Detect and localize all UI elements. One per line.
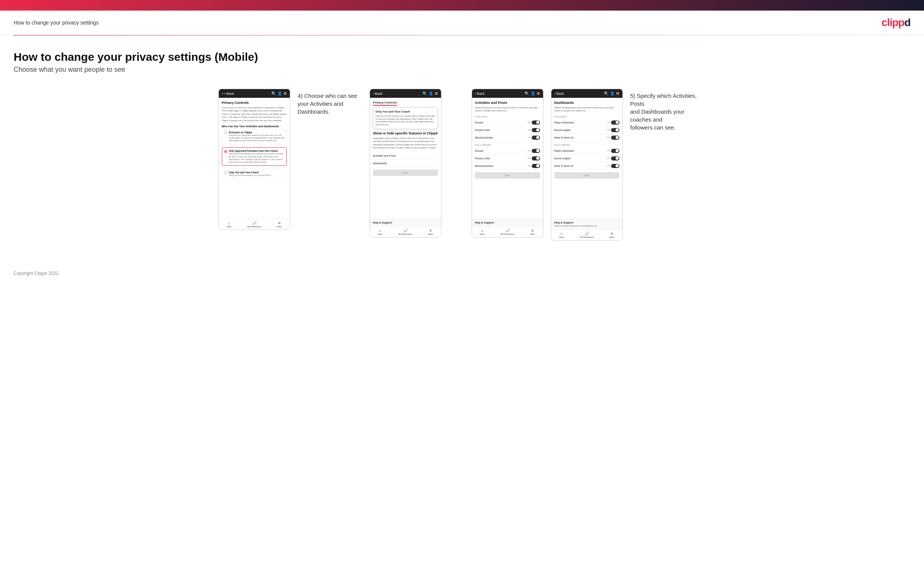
coaches-player-dash-toggle[interactable]: [611, 121, 619, 125]
nav-home-4[interactable]: ⌂ Home: [559, 232, 564, 238]
followers-manual-on: ON: [528, 164, 531, 167]
screen3-desc: Select the types of activity that you'd …: [475, 106, 540, 113]
nav-performance-4[interactable]: 📈 My Performance: [580, 232, 594, 238]
top-bar: [0, 0, 924, 11]
home-label: Home: [226, 226, 231, 228]
radio-followers-coach[interactable]: [224, 150, 227, 153]
settings-icon-2[interactable]: ⚙: [435, 91, 438, 95]
profile-icon-2[interactable]: 👤: [428, 91, 433, 95]
followers-round-insights-on: ON: [607, 157, 610, 160]
coaches-player-dash-on: ON: [607, 121, 610, 124]
home-label-4: Home: [559, 236, 564, 238]
nav-performance-3[interactable]: 📈 My Performance: [501, 229, 515, 235]
home-icon-4: ⌂: [561, 232, 563, 235]
option-followers-coach[interactable]: Only Approved Followers and Your Coach O…: [222, 147, 287, 166]
coaches-drills-on: ON: [528, 129, 531, 131]
profile-icon-3[interactable]: 👤: [531, 91, 535, 95]
nav-menu-2[interactable]: ≡ Menu: [428, 229, 433, 235]
nav-home-3[interactable]: ⌂ Home: [480, 229, 485, 235]
screen4-save-button[interactable]: Save: [554, 172, 619, 179]
performance-label: My Performance: [247, 226, 262, 228]
radio-everyone[interactable]: [224, 131, 227, 134]
coaches-manual-on: ON: [528, 136, 531, 139]
screen2-nav-icons: 🔍 👤 ⚙: [423, 91, 438, 95]
option-everyone[interactable]: Everyone on Clippd Everyone on Clippd ca…: [222, 129, 287, 144]
screen2-tab[interactable]: Privacy Controls: [373, 101, 397, 106]
caption5-line3: followers can see.: [630, 124, 676, 131]
followers-round-insights-toggle[interactable]: [611, 156, 619, 161]
nav-home-2[interactable]: ⌂ Home: [378, 229, 383, 235]
screen1-bottom-nav: ⌂ Home 📈 My Performance ≡ Menu: [219, 219, 290, 230]
nav-menu-4[interactable]: ≡ Menu: [610, 232, 614, 238]
followers-manual-row: Manual Activities ON: [475, 162, 540, 170]
profile-icon-4[interactable]: 👤: [610, 91, 614, 95]
nav-home[interactable]: ⌂ Home: [226, 221, 231, 228]
followers-manual-toggle[interactable]: [532, 164, 540, 168]
followers-player-dash-label: Player Dashboard: [554, 150, 574, 152]
screen2-popup: Only You and Your Coach Only you and the…: [373, 107, 438, 129]
followers-drills-toggle[interactable]: [532, 156, 540, 161]
settings-icon-4[interactable]: ⚙: [616, 91, 619, 95]
nav-menu-3[interactable]: ≡ Menu: [530, 229, 535, 235]
menu-label: Menu: [277, 226, 282, 228]
coaches-round-insights-toggle[interactable]: [611, 128, 619, 132]
screen3-save-button[interactable]: Save: [475, 172, 540, 179]
coaches-rounds-on: ON: [528, 121, 531, 124]
screen2-back[interactable]: ‹ Back: [373, 92, 383, 95]
coaches-drills-label: Practice Drills: [475, 129, 490, 131]
settings-icon-3[interactable]: ⚙: [536, 91, 540, 95]
coaches-drills-toggle[interactable]: [532, 128, 540, 132]
search-icon-4[interactable]: 🔍: [604, 91, 609, 95]
menu-icon-2: ≡: [429, 229, 431, 233]
followers-drills-row: Practice Drills ON: [475, 155, 540, 162]
screen4-back[interactable]: ‹ Back: [554, 92, 564, 95]
option-you-coach[interactable]: Only You and Your Coach Only you and the…: [222, 169, 287, 179]
screen2-save-button[interactable]: Save: [373, 169, 438, 176]
followers-player-dash-toggle[interactable]: [611, 149, 619, 153]
coaches-work-on-on: ON: [607, 136, 610, 139]
coaches-work-on-toggle[interactable]: [611, 135, 619, 140]
coaches-manual-row: Manual Activities ON: [475, 134, 540, 142]
coaches-round-insights-label: Round Insights: [554, 129, 571, 131]
nav-menu[interactable]: ≡ Menu: [277, 221, 282, 228]
followers-rounds-toggle[interactable]: [532, 149, 540, 153]
home-icon-2: ⌂: [379, 229, 381, 233]
screen2-mockup: ‹ Back 🔍 👤 ⚙ Privacy Controls Only You a…: [370, 89, 441, 237]
coaches-work-on-row: What To Work On ON: [554, 134, 619, 142]
coaches-rounds-toggle[interactable]: [532, 121, 540, 125]
coaches-round-insights-on: ON: [607, 129, 610, 131]
settings-icon[interactable]: ⚙: [283, 91, 287, 95]
nav-performance[interactable]: 📈 My Performance: [247, 221, 262, 228]
followers-heading-3: FOLLOWERS: [475, 144, 540, 146]
screen4-help-desc: Visit our Clippd community to troublesho…: [554, 225, 619, 227]
screen4-nav: ‹ Back 🔍 👤 ⚙: [551, 89, 622, 98]
coaches-heading-3: COACHES: [475, 116, 540, 118]
caption5-text: 5) Specify which Activities, Posts and D…: [630, 92, 706, 131]
dashboards-arrow: ›: [437, 162, 438, 165]
logo: clippd: [882, 17, 910, 29]
dashboards-row[interactable]: Dashboards ›: [373, 160, 438, 167]
search-icon-2[interactable]: 🔍: [423, 91, 427, 95]
option-followers-coach-desc: Only approved followers and coaches you …: [229, 153, 284, 163]
coaches-manual-toggle[interactable]: [532, 135, 540, 140]
caption4-text: 4) Choose who can see your Activities an…: [298, 92, 362, 116]
caption5-line1: 5) Specify which Activities, Posts: [630, 92, 697, 107]
profile-icon[interactable]: 👤: [277, 91, 282, 95]
screen3-back[interactable]: ‹ Back: [475, 92, 485, 95]
header: How to change your privacy settings clip…: [0, 11, 924, 35]
menu-label-4: Menu: [610, 236, 614, 238]
screen1-mockup: ‹ < Back 🔍 👤 ⚙ Privacy Controls Control …: [218, 89, 290, 230]
followers-work-on-toggle[interactable]: [611, 164, 619, 168]
home-label-3: Home: [480, 233, 485, 235]
page-heading: How to change your privacy settings (Mob…: [14, 51, 910, 63]
screen2-bottom-nav: ⌂ Home 📈 My Performance ≡ Menu: [370, 226, 441, 237]
activities-posts-row[interactable]: Activities and Posts ›: [373, 152, 438, 160]
screen1-back[interactable]: ‹ < Back: [222, 92, 234, 95]
activities-posts-label: Activities and Posts: [373, 155, 396, 157]
nav-performance-2[interactable]: 📈 My Performance: [399, 229, 413, 235]
followers-drills-label: Practice Drills: [475, 157, 490, 160]
search-icon[interactable]: 🔍: [271, 91, 276, 95]
coaches-player-dash-row: Player Dashboard ON: [554, 119, 619, 126]
search-icon-3[interactable]: 🔍: [525, 91, 529, 95]
radio-you-coach[interactable]: [224, 171, 227, 174]
